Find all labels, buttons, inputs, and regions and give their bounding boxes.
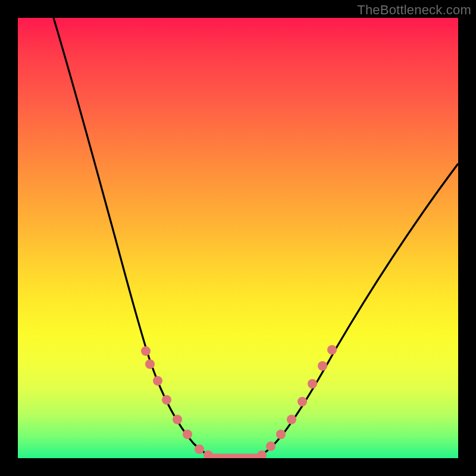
svg-point-7 bbox=[203, 450, 213, 458]
right-curve bbox=[255, 164, 458, 457]
svg-point-2 bbox=[153, 376, 162, 386]
chart-plot-area bbox=[18, 18, 458, 458]
svg-point-3 bbox=[162, 395, 171, 405]
svg-point-14 bbox=[318, 361, 327, 371]
svg-point-5 bbox=[183, 430, 192, 439]
svg-point-13 bbox=[308, 379, 317, 389]
svg-point-9 bbox=[266, 441, 275, 451]
svg-point-10 bbox=[276, 430, 286, 439]
left-dots bbox=[141, 346, 213, 458]
right-dots bbox=[257, 345, 337, 458]
watermark-text: TheBottleneck.com bbox=[357, 2, 471, 18]
svg-point-6 bbox=[195, 444, 204, 454]
svg-point-12 bbox=[298, 397, 307, 406]
svg-point-11 bbox=[287, 415, 296, 424]
chart-svg bbox=[18, 18, 458, 458]
svg-point-4 bbox=[173, 415, 182, 424]
left-curve bbox=[54, 18, 215, 457]
svg-point-15 bbox=[327, 345, 337, 355]
svg-point-0 bbox=[141, 346, 151, 356]
svg-point-1 bbox=[145, 359, 155, 369]
chart-frame: TheBottleneck.com bbox=[0, 0, 476, 476]
